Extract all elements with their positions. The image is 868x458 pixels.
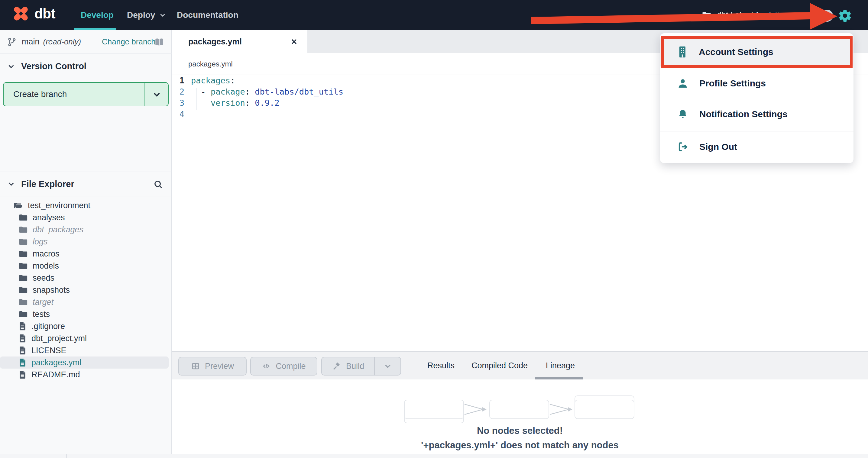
building-icon <box>677 46 688 58</box>
file-row[interactable]: LICENSE <box>0 345 172 357</box>
file-row[interactable]: macros <box>0 248 172 260</box>
folder-icon <box>19 250 28 258</box>
branch-row: main (read-only) Change branch <box>0 30 172 54</box>
chevron-down-icon <box>383 362 392 371</box>
close-icon[interactable] <box>290 37 298 46</box>
folder-icon <box>19 214 28 222</box>
dbt-logo[interactable]: dbt <box>11 4 55 23</box>
file-row[interactable]: README.md <box>0 368 172 381</box>
file-row[interactable]: seeds <box>0 272 172 284</box>
active-nav-indicator <box>74 28 116 30</box>
file-row[interactable]: analyses <box>0 211 172 224</box>
file-row[interactable]: models <box>0 260 172 272</box>
nav-develop[interactable]: Develop <box>81 0 114 30</box>
file-row[interactable]: dbt_project.yml <box>0 332 172 345</box>
branch-mode: (read-only) <box>43 37 81 46</box>
file-icon <box>19 358 27 367</box>
compile-button[interactable]: Compile <box>250 357 317 375</box>
build-options-chevron[interactable] <box>374 357 401 375</box>
folder-icon <box>19 274 28 282</box>
docs-book-icon[interactable] <box>154 36 165 49</box>
file-row[interactable]: snapshots <box>0 284 172 296</box>
lineage-empty-title: No nodes selected! <box>172 425 868 436</box>
bottom-toolbar: Preview Compile Build Results Compiled C… <box>172 351 868 380</box>
git-branch-icon <box>7 37 17 47</box>
project-folder-icon <box>701 10 712 21</box>
lineage-panel: No nodes selected! '+packages.yml+' does… <box>172 380 868 454</box>
file-explorer-section[interactable]: File Explorer <box>0 172 172 196</box>
chevron-down-icon[interactable] <box>152 90 162 101</box>
breadcrumb: packages.yml <box>188 60 233 68</box>
line-number: 3 <box>172 97 191 108</box>
change-branch-link[interactable]: Change branch <box>102 37 156 46</box>
tab-compiled-code[interactable]: Compiled Code <box>471 352 528 380</box>
tab-results[interactable]: Results <box>427 352 455 380</box>
toolbar-divider <box>411 352 411 380</box>
lineage-empty-subtitle: '+packages.yml+' does not match any node… <box>172 440 868 451</box>
folder-open-icon <box>13 201 23 209</box>
account-label: dbt Labs / Analytics <box>717 10 787 20</box>
menu-item-profile-settings[interactable]: Profile Settings <box>660 69 854 97</box>
line-number: 4 <box>172 108 191 120</box>
preview-button[interactable]: Preview <box>178 357 247 375</box>
sign-out-icon <box>677 141 688 153</box>
code-icon <box>262 362 271 371</box>
build-button[interactable]: Build <box>321 357 375 375</box>
help-icon[interactable] <box>821 10 833 22</box>
branch-name: main <box>22 37 39 46</box>
editor-scrollbar-track <box>860 75 860 351</box>
menu-item-sign-out[interactable]: Sign Out <box>660 133 854 161</box>
file-tree: test_environment analyses dbt_packages l… <box>0 199 172 381</box>
brand-text: dbt <box>34 5 55 22</box>
gear-icon[interactable] <box>838 8 852 23</box>
account-selector[interactable]: dbt Labs / Analytics <box>701 0 787 30</box>
bottom-statusbar <box>0 454 868 458</box>
section-title: Version Control <box>21 61 87 71</box>
tab-lineage[interactable]: Lineage <box>546 352 575 380</box>
menu-divider <box>660 131 854 131</box>
person-icon <box>677 78 688 89</box>
chevron-down-icon <box>159 11 166 19</box>
line-number: 2 <box>172 86 191 97</box>
file-row[interactable]: tests <box>0 308 172 320</box>
top-navbar: dbt Develop Deploy Documentation dbt Lab… <box>0 0 868 30</box>
folder-icon <box>19 286 28 294</box>
file-icon <box>19 322 27 331</box>
file-icon <box>19 370 27 379</box>
file-row[interactable]: test_environment <box>0 199 172 211</box>
dbt-logo-icon <box>11 4 30 23</box>
file-row[interactable]: .gitignore <box>0 320 172 332</box>
line-number: 1 <box>172 75 191 86</box>
folder-icon <box>19 262 28 270</box>
chevron-down-icon <box>7 62 16 71</box>
file-icon <box>19 334 27 343</box>
file-row[interactable]: target <box>0 296 172 308</box>
nav-deploy[interactable]: Deploy <box>127 0 166 30</box>
nav-documentation[interactable]: Documentation <box>177 0 239 30</box>
file-icon <box>19 346 27 355</box>
folder-icon <box>19 298 28 306</box>
section-title: File Explorer <box>21 179 74 189</box>
sidebar: main (read-only) Change branch Version C… <box>0 30 172 458</box>
button-divider <box>144 83 145 106</box>
create-branch-button[interactable]: Create branch <box>3 82 168 106</box>
menu-item-notification-settings[interactable]: Notification Settings <box>660 100 854 128</box>
version-control-section[interactable]: Version Control <box>0 54 172 79</box>
folder-icon <box>19 226 28 233</box>
folder-icon <box>19 238 28 246</box>
menu-item-account-settings[interactable]: Account Settings <box>660 37 854 66</box>
search-icon[interactable] <box>153 179 163 191</box>
hammer-icon <box>332 362 341 371</box>
user-settings-menu: Account Settings Profile Settings Notifi… <box>660 33 854 163</box>
grid-icon <box>191 362 200 371</box>
file-row[interactable]: logs <box>0 236 172 248</box>
indent-guide <box>196 88 197 110</box>
folder-icon <box>19 310 28 318</box>
bell-icon <box>677 108 688 120</box>
file-row[interactable]: dbt_packages <box>0 224 172 236</box>
chevron-down-icon <box>7 179 16 189</box>
tab-packages-yml[interactable]: packages.yml <box>172 30 307 53</box>
resize-notch <box>66 454 67 458</box>
file-row-selected[interactable]: packages.yml <box>0 357 168 368</box>
